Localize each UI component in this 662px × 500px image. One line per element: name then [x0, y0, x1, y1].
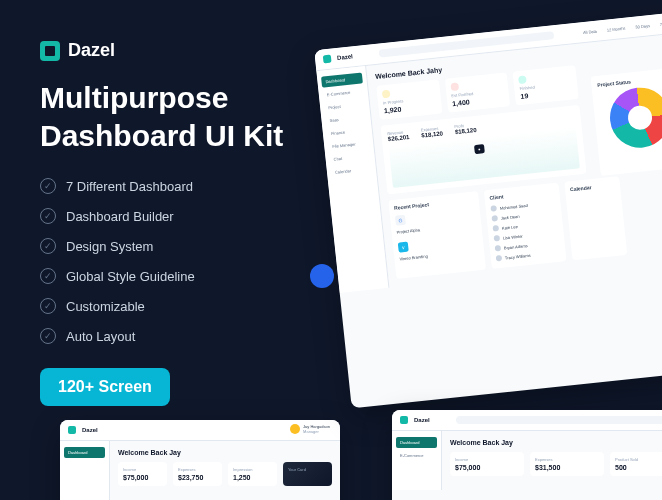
- sidebar-item-dashboard[interactable]: Dashboard: [396, 437, 437, 448]
- stat-icon: [518, 75, 527, 84]
- google-icon: G: [395, 215, 406, 226]
- stat-icon: [450, 82, 459, 91]
- feature-text: Auto Layout: [66, 329, 135, 344]
- dashboard-brand: Dazel: [414, 417, 430, 423]
- stat-icon: [382, 90, 391, 99]
- dashboard-preview-1: Dazel All Data 12 Months 30 Days 7 Days …: [314, 12, 662, 409]
- chart-tooltip: ●: [474, 144, 485, 154]
- dashboard-logo-icon: [323, 55, 332, 64]
- feature-text: Customizable: [66, 299, 145, 314]
- stat-label: Income: [455, 457, 519, 462]
- dashboard-logo-icon: [68, 426, 76, 434]
- welcome-title: Welcome Back Jay: [450, 439, 662, 446]
- stat-value: $75,000: [123, 474, 162, 481]
- filter-30d[interactable]: 30 Days: [632, 21, 653, 30]
- profit-value: $18,120: [455, 127, 477, 135]
- sidebar-item-calendar[interactable]: Calendar: [331, 163, 373, 178]
- check-icon: [40, 178, 56, 194]
- brand-name: Dazel: [68, 40, 115, 61]
- dashboard-preview-3: Dazel Dashboard E-Commerce Welcome Back …: [392, 410, 662, 500]
- sidebar-item[interactable]: E-Commerce: [396, 450, 437, 461]
- avatar: [491, 215, 498, 222]
- check-icon: [40, 238, 56, 254]
- expenses-value: $18,120: [421, 130, 443, 138]
- avatar: [495, 245, 502, 252]
- avatar: [490, 205, 497, 212]
- filter-all[interactable]: All Data: [580, 27, 601, 36]
- sidebar: Dashboard E-Commerce: [392, 431, 442, 490]
- stat-value: $31,500: [535, 464, 599, 471]
- stat-label: Expenses: [535, 457, 599, 462]
- vimeo-icon: v: [398, 242, 409, 253]
- decorative-dot: [310, 264, 334, 288]
- logo-icon: [40, 41, 60, 61]
- stat-value: $75,000: [455, 464, 519, 471]
- headline: Multipurpose Dashboard UI Kit: [40, 79, 283, 154]
- search-input[interactable]: [456, 416, 662, 424]
- filter-12m[interactable]: 12 Months: [603, 24, 628, 34]
- check-icon: [40, 208, 56, 224]
- check-icon: [40, 298, 56, 314]
- calendar-title: Calendar: [570, 182, 615, 193]
- avatar: [496, 255, 503, 262]
- pie-chart: [607, 85, 662, 151]
- feature-text: Dashboard Builder: [66, 209, 174, 224]
- feature-list: 7 Different Dashboard Dashboard Builder …: [40, 178, 283, 344]
- welcome-title: Welcome Back Jay: [118, 449, 332, 456]
- avatar: [494, 235, 501, 242]
- check-icon: [40, 268, 56, 284]
- stat-label: Product Sold: [615, 457, 662, 462]
- stat-value: 500: [615, 464, 662, 471]
- filter-7d[interactable]: 7 Days: [657, 19, 662, 28]
- your-card-label: Your Card: [288, 467, 327, 472]
- sidebar: Dashboard: [60, 441, 110, 500]
- stat-value: $23,750: [178, 474, 217, 481]
- feature-text: 7 Different Dashboard: [66, 179, 193, 194]
- project-status-title: Project Status: [597, 74, 662, 88]
- dashboard-logo-icon: [400, 416, 408, 424]
- stat-value: 1,250: [233, 474, 272, 481]
- avatar: [493, 225, 500, 232]
- feature-text: Global Style Guideline: [66, 269, 195, 284]
- stat-label: Impression: [233, 467, 272, 472]
- dashboard-preview-2: Dazel Jay Hargudson Manager Dashboard We…: [60, 420, 340, 500]
- stat-label: Income: [123, 467, 162, 472]
- dashboard-brand: Dazel: [337, 53, 353, 61]
- revenue-value: $26,201: [388, 134, 410, 142]
- avatar[interactable]: [290, 424, 300, 434]
- screen-count-badge: 120+ Screen: [40, 368, 170, 406]
- user-role: Manager: [303, 429, 330, 434]
- feature-text: Design System: [66, 239, 153, 254]
- stat-label: Expenses: [178, 467, 217, 472]
- check-icon: [40, 328, 56, 344]
- dashboard-brand: Dazel: [82, 427, 98, 433]
- sidebar-item-dashboard[interactable]: Dashboard: [64, 447, 105, 458]
